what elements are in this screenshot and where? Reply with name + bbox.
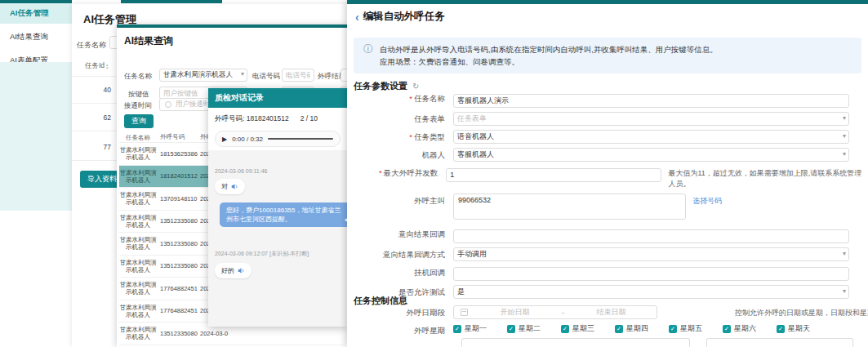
result-query-title: AI结果查询 [124,34,173,48]
task-name-input[interactable] [453,94,849,108]
week-option-星期四[interactable]: ✓星期四 [615,323,661,334]
required-mark: * [409,94,412,103]
form-row-intent-callback-mode: 意向结果回调方式手动调用▾ [347,247,868,261]
chevron-down-icon: ▾ [843,132,846,140]
week-checkbox-group: ✓星期一✓星期二✓星期三✓星期四✓星期五✓星期六✓星期天 [453,323,822,334]
robot-select[interactable]: 客服机器人▾ [453,148,849,162]
speaker-icon[interactable] [238,267,245,274]
week-option-星期五[interactable]: ✓星期五 [669,323,714,334]
cell-phone: 13512335080 [160,262,197,269]
intent-callback-input[interactable] [453,229,849,243]
week-option-label: 星期三 [572,323,594,334]
cell-task-name: 甘肃水利局演示机器人 [119,281,157,296]
date-range-input[interactable]: 开始日期 - 结束日期 [453,305,657,319]
max-concurrency-input[interactable] [446,168,661,182]
task-type-select[interactable]: 语音机器人▾ [453,130,849,144]
field-label: 机器人 [347,148,453,160]
form-row-robot: 机器人客服机器人▾ [347,148,868,162]
edit-panel-header: ‹ 编辑自动外呼任务 [355,10,445,24]
selected-value: 客服机器人 [457,149,494,160]
task-control-form: 外呼日期段 开始日期 - 结束日期 控制允许外呼的日期或星期，日期段和星期必选一… [347,305,868,340]
cell-phone: 17764882451 [160,307,197,314]
select-number-link[interactable]: 选择号码 [686,194,722,207]
hangup-callback-input[interactable] [453,267,849,281]
form-row-intent-callback: 意向结果回调 [347,227,868,243]
field-helper-text: 最大值为11，超过无效，如果需要增加上限,请联系系统管理人员。 [661,166,868,189]
calendar-icon [461,309,468,316]
intent-callback-mode-select[interactable]: 手动调用▾ [453,247,849,261]
qc-dialog-panel: 质检对话记录 外呼号码: 18182401512 2 / 10 ▶ 0:00 /… [208,88,347,327]
required-mark: * [379,168,382,177]
qc-dialog-header: 质检对话记录 [208,88,347,108]
task-params-form: *任务名称任务表单任务表单▾*任务类型语音机器人▾机器人客服机器人▾*最大外呼并… [347,91,868,303]
section-task-params: 任务参数设置 ↻ [354,80,419,92]
allow-test-select[interactable]: 是▾ [453,285,849,299]
task-form-select[interactable]: 任务表单▾ [453,112,849,126]
checkbox-checked-icon[interactable]: ✓ [777,325,785,333]
cell-task-name: 甘肃水利局演示机器人 [119,326,157,340]
date-range-helper: 控制允许外呼的日期或星期，日期段和星期必选一个，也可以同时选择 [735,308,868,318]
info-icon: ⓘ [363,43,373,68]
filter-time-label: 接通时间 [124,101,152,111]
chat-transcript: 2024-03-06 09:11:46对您好，费户1000186355，地址甘肃… [208,150,347,327]
field-label: *最大外呼并发数 [347,166,446,178]
chevron-down-icon: ▾ [843,150,846,158]
date-range-label: 外呼日期段 [347,305,453,318]
edit-outbound-task-panel: ‹ 编辑自动外呼任务 ⓘ 自动外呼是从外呼导入电话号码,由系统在指定时间内自动呼… [347,0,868,347]
field-label: 任务表单 [347,112,453,124]
checkbox-checked-icon[interactable]: ✓ [561,325,569,333]
chevron-down-icon: ▾ [843,287,846,295]
week-option-星期二[interactable]: ✓星期二 [507,323,553,334]
query-button[interactable]: 查询 [124,114,154,128]
cell-task-name: 甘肃水利局演示机器人 [119,304,157,318]
week-option-星期一[interactable]: ✓星期一 [453,323,499,334]
form-row-task-name: *任务名称 [347,91,868,108]
week-option-label: 星期二 [519,323,541,334]
clipped-input[interactable] [706,338,853,347]
task-id-column-header[interactable]: 任务Id▴▾ [85,61,109,71]
checkbox-checked-icon[interactable]: ✓ [669,325,677,333]
field-label: 意向结果回调 [347,227,453,239]
cell-phone: 18153625386 [160,150,197,158]
filter-phone-input[interactable] [282,69,314,82]
cell-task-name: 甘肃水利局演示机器人 [119,236,157,251]
week-option-星期六[interactable]: ✓星期六 [723,323,768,334]
field-label: 意向结果回调方式 [347,247,453,260]
progress-bar[interactable] [268,138,333,140]
week-option-星期天[interactable]: ✓星期天 [777,323,822,334]
edit-panel-title: 编辑自动外呼任务 [363,10,445,24]
result-panel-top-accent [117,24,347,28]
cell-phone: 17764882451 [160,285,197,292]
agent-message-bubble: 好的 [215,263,251,278]
sidebar: AI任务管理AI结果查询AI表单配置 [0,0,72,347]
caller-number-textarea[interactable] [453,194,686,220]
play-time: 0:00 / 0:32 [232,136,263,143]
play-icon[interactable]: ▶ [222,136,227,143]
checkbox-checked-icon[interactable]: ✓ [615,325,623,333]
back-icon[interactable]: ‹ [355,12,359,22]
checkbox-checked-icon[interactable]: ✓ [507,325,515,333]
selected-value: 语音机器人 [457,131,494,142]
cell-call-time: 2024-03-0 [200,330,251,337]
audio-player: ▶ 0:00 / 0:32 [215,131,341,147]
cell-task-name: 甘肃水利局演示机器人 [119,191,157,206]
week-option-label: 星期一 [465,323,487,334]
cell-phone: 13512335080 [160,217,197,225]
form-row-hangup-callback: 挂机回调 [347,265,868,282]
speaker-icon[interactable] [231,183,238,190]
sidebar-item-AI任务管理[interactable]: AI任务管理 [0,3,72,24]
checkbox-checked-icon[interactable]: ✓ [453,325,461,333]
week-option-label: 星期四 [626,323,648,334]
refresh-icon[interactable]: ↻ [412,82,419,91]
task-name-label: 任务名称 [77,40,106,51]
field-label: 外呼主叫 [347,194,453,206]
sidebar-item-AI结果查询[interactable]: AI结果查询 [0,27,72,47]
week-option-星期三[interactable]: ✓星期三 [561,323,607,334]
filter-task-name-select[interactable]: 甘肃水利局演示机器人▾ [159,69,247,82]
checkbox-checked-icon[interactable]: ✓ [723,325,731,333]
clipped-input[interactable] [461,338,690,347]
sort-icon[interactable]: ▴▾ [106,63,109,69]
info-alert: ⓘ 自动外呼是从外呼导入电话号码,由系统在指定时间内自动呼叫,并收集呼叫结果、用… [354,38,861,73]
pager[interactable]: 2 / 10 [300,114,318,124]
edit-panel-top-accent [347,0,868,4]
